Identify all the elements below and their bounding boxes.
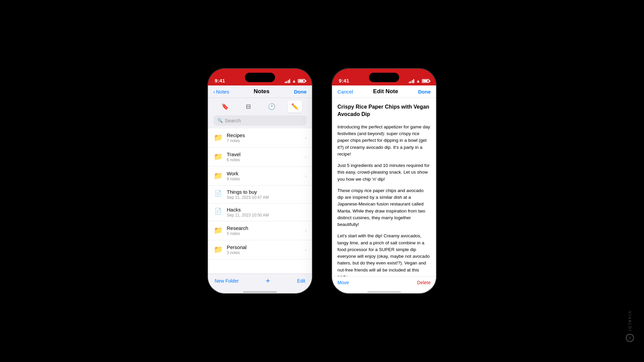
folder-icon: 📁 bbox=[213, 245, 223, 254]
note-paragraph-1: Introducing the perfect appetizer for ga… bbox=[337, 124, 431, 158]
phone-notes-list: 9:41 ▲ ‹ Notes Notes Done bbox=[208, 69, 312, 293]
folder-name: Personal bbox=[227, 244, 305, 250]
folder-content: Research 5 notes bbox=[227, 225, 305, 236]
folder-name: Recipes bbox=[227, 132, 305, 138]
note-title: Hacks bbox=[227, 207, 307, 213]
wifi-icon: ▲ bbox=[416, 78, 420, 83]
search-bar[interactable]: 🔍 Search bbox=[213, 115, 307, 126]
note-content: Things to buy Sep 11, 2023 10:47 AM bbox=[227, 189, 307, 200]
folder-icon: 📁 bbox=[213, 133, 223, 142]
grid-button[interactable]: ⊟ bbox=[241, 101, 256, 113]
note-item-hacks[interactable]: 📄 Hacks Sep 11, 2023 10:50 AM bbox=[208, 203, 312, 221]
note-title: Things to buy bbox=[227, 189, 307, 195]
note-paragraph-4: Let's start with the dip! Creamy avocado… bbox=[337, 233, 431, 276]
home-indicator bbox=[367, 291, 401, 293]
status-icons: ▲ bbox=[285, 78, 305, 83]
vivaldi-watermark: VIVALDI V bbox=[626, 311, 634, 342]
folder-count: 3 notes bbox=[227, 250, 305, 255]
folder-content: Personal 3 notes bbox=[227, 244, 305, 255]
move-button[interactable]: Move bbox=[337, 280, 349, 285]
folder-content: Work 9 notes bbox=[227, 171, 305, 181]
notes-nav-bar: ‹ Notes Notes Done bbox=[208, 85, 312, 98]
signal-icon bbox=[285, 79, 290, 83]
edit-nav-bar: Cancel Edit Note Done bbox=[332, 85, 436, 98]
back-button[interactable]: ‹ Notes bbox=[213, 89, 229, 95]
chevron-left-icon: ‹ bbox=[213, 89, 215, 95]
compose-button[interactable]: ✏️ bbox=[287, 101, 302, 113]
vivaldi-text: VIVALDI bbox=[628, 311, 632, 332]
signal-icon bbox=[409, 79, 415, 83]
clock-button[interactable]: 🕐 bbox=[264, 101, 279, 113]
done-button[interactable]: Done bbox=[418, 89, 431, 95]
folder-content: Travel 6 notes bbox=[227, 152, 305, 162]
notes-list: 📁 Recipes 7 notes › 📁 Travel 6 notes › bbox=[208, 128, 312, 274]
dynamic-island bbox=[245, 73, 275, 82]
phone-edit-note: 9:41 ▲ Cancel Edit Note Done Crispy bbox=[332, 69, 436, 293]
chevron-right-icon: › bbox=[305, 154, 307, 160]
folder-count: 6 notes bbox=[227, 158, 305, 162]
dynamic-island bbox=[369, 73, 399, 82]
battery-icon bbox=[298, 79, 305, 83]
home-indicator bbox=[243, 291, 277, 293]
note-paragraph-3: These crispy rice paper chips and avocad… bbox=[337, 187, 431, 228]
status-time: 9:41 bbox=[215, 78, 225, 83]
note-content: Hacks Sep 11, 2023 10:50 AM bbox=[227, 207, 307, 218]
search-input[interactable]: Search bbox=[225, 118, 241, 123]
chevron-right-icon: › bbox=[305, 135, 307, 140]
note-item-things-to-buy[interactable]: 📄 Things to buy Sep 11, 2023 10:47 AM bbox=[208, 186, 312, 203]
delete-button[interactable]: Delete bbox=[417, 280, 431, 285]
bottom-bar: New Folder + Edit bbox=[208, 274, 312, 289]
page-title: Notes bbox=[254, 88, 269, 95]
chevron-right-icon: › bbox=[305, 228, 307, 233]
cancel-button[interactable]: Cancel bbox=[337, 89, 353, 95]
chevron-right-icon: › bbox=[305, 247, 307, 252]
battery-icon bbox=[422, 79, 429, 83]
folder-content: Recipes 7 notes bbox=[227, 132, 305, 143]
note-icon: 📄 bbox=[213, 189, 223, 197]
folder-name: Travel bbox=[227, 152, 305, 157]
edit-note-screen: Cancel Edit Note Done Crispy Rice Paper … bbox=[332, 85, 436, 293]
chevron-right-icon: › bbox=[305, 173, 307, 179]
folder-count: 5 notes bbox=[227, 231, 305, 236]
note-editor[interactable]: Crispy Rice Paper Chips with Vegan Avoca… bbox=[332, 98, 436, 276]
add-note-button[interactable]: + bbox=[266, 277, 270, 285]
folder-icon: 📁 bbox=[213, 226, 223, 235]
folder-item-research[interactable]: 📁 Research 5 notes › bbox=[208, 221, 312, 240]
folder-icon: 📁 bbox=[213, 171, 223, 181]
folder-name: Work bbox=[227, 171, 305, 176]
folder-count: 7 notes bbox=[227, 138, 305, 143]
vivaldi-logo: V bbox=[626, 334, 634, 342]
wifi-icon: ▲ bbox=[292, 78, 296, 83]
search-icon: 🔍 bbox=[217, 118, 223, 123]
folder-item-personal[interactable]: 📁 Personal 3 notes › bbox=[208, 240, 312, 259]
edit-note-title: Edit Note bbox=[373, 88, 398, 95]
status-time: 9:41 bbox=[339, 78, 349, 83]
done-button[interactable]: Done bbox=[294, 89, 307, 95]
folder-item-work[interactable]: 📁 Work 9 notes › bbox=[208, 167, 312, 186]
folder-icon: 📁 bbox=[213, 152, 223, 162]
note-icon: 📄 bbox=[213, 207, 223, 215]
folder-item-travel[interactable]: 📁 Travel 6 notes › bbox=[208, 147, 312, 167]
folder-name: Research bbox=[227, 225, 305, 231]
new-folder-button[interactable]: New Folder bbox=[215, 278, 239, 284]
note-paragraph-2: Just 5 ingredients and 10 minutes requir… bbox=[337, 162, 431, 183]
note-heading: Crispy Rice Paper Chips with Vegan Avoca… bbox=[337, 103, 431, 118]
status-icons: ▲ bbox=[409, 78, 429, 83]
note-meta: Sep 11, 2023 10:47 AM bbox=[227, 195, 307, 200]
bookmark-button[interactable]: 🔖 bbox=[218, 101, 232, 113]
edit-bottom-bar: Move Delete bbox=[332, 276, 436, 289]
folder-count: 9 notes bbox=[227, 177, 305, 181]
notes-screen: ‹ Notes Notes Done 🔖 ⊟ 🕐 ✏️ 🔍 Search bbox=[208, 85, 312, 293]
edit-button[interactable]: Edit bbox=[297, 278, 305, 284]
toolbar: 🔖 ⊟ 🕐 ✏️ bbox=[208, 98, 312, 115]
folder-item-recipes[interactable]: 📁 Recipes 7 notes › bbox=[208, 128, 312, 147]
note-meta: Sep 11, 2023 10:50 AM bbox=[227, 213, 307, 218]
